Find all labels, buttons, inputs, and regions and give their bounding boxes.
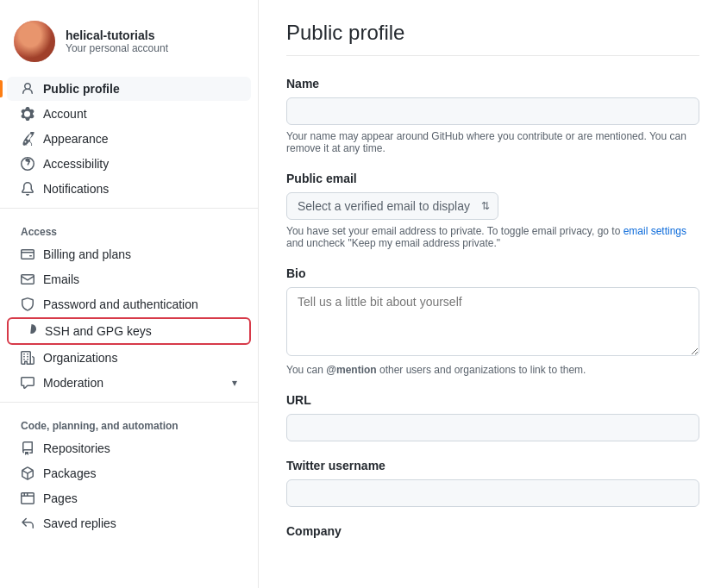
email-hint: You have set your email address to priva… xyxy=(286,225,699,249)
sidebar-item-repositories[interactable]: Repositories xyxy=(7,436,251,460)
sidebar-item-label: Packages xyxy=(43,466,237,480)
sidebar-item-moderation[interactable]: Moderation ▾ xyxy=(7,371,251,395)
key-icon xyxy=(22,324,36,338)
sidebar-item-accessibility[interactable]: Accessibility xyxy=(7,152,251,176)
email-label: Public email xyxy=(286,172,699,185)
sidebar-item-organizations[interactable]: Organizations xyxy=(7,346,251,370)
chevron-down-icon: ▾ xyxy=(232,377,237,389)
sidebar: helical-tutorials Your personal account … xyxy=(0,0,259,588)
url-input[interactable] xyxy=(286,414,699,441)
code-section-header: Code, planning, and automation xyxy=(0,410,258,435)
email-field-group: Public email Select a verified email to … xyxy=(286,172,699,249)
bio-hint: You can @mention other users and organiz… xyxy=(286,364,699,376)
main-content: Public profile Name Your name may appear… xyxy=(259,0,727,588)
sidebar-item-packages[interactable]: Packages xyxy=(7,461,251,485)
url-label: URL xyxy=(286,393,699,407)
sidebar-item-appearance[interactable]: Appearance xyxy=(7,127,251,151)
package-icon xyxy=(21,466,34,480)
sidebar-item-label: SSH and GPG keys xyxy=(45,324,235,338)
sidebar-item-password-auth[interactable]: Password and authentication xyxy=(7,292,251,316)
sidebar-item-billing[interactable]: Billing and plans xyxy=(7,242,251,266)
name-hint: Your name may appear around GitHub where… xyxy=(286,130,699,154)
title-divider xyxy=(286,55,699,56)
twitter-label: Twitter username xyxy=(286,459,699,472)
email-hint-text: You have set your email address to priva… xyxy=(286,225,620,237)
sidebar-item-label: Appearance xyxy=(43,132,237,146)
reply-icon xyxy=(21,516,34,530)
sidebar-item-label: Emails xyxy=(43,272,237,286)
name-input[interactable] xyxy=(286,97,699,125)
sidebar-item-emails[interactable]: Emails xyxy=(7,267,251,291)
email-settings-link[interactable]: email settings xyxy=(624,225,686,237)
bio-field-group: Bio You can @mention other users and org… xyxy=(286,266,699,376)
user-section: helical-tutorials Your personal account xyxy=(0,14,258,76)
browser-icon xyxy=(21,491,34,505)
shield-icon xyxy=(21,297,34,311)
sidebar-item-label: Pages xyxy=(43,491,237,505)
sidebar-item-label: Password and authentication xyxy=(43,297,237,311)
repo-icon xyxy=(21,441,34,455)
avatar xyxy=(14,21,55,62)
comment-icon xyxy=(21,376,34,390)
url-field-group: URL xyxy=(286,393,699,441)
sidebar-item-label: Organizations xyxy=(43,351,237,365)
sidebar-item-notifications[interactable]: Notifications xyxy=(7,177,251,201)
sidebar-item-ssh-gpg[interactable]: SSH and GPG keys xyxy=(7,317,251,345)
user-subtitle: Your personal account xyxy=(66,42,168,54)
sidebar-item-label: Notifications xyxy=(43,182,237,196)
org-icon xyxy=(21,351,34,365)
access-section: Access Billing and plans Emails Password… xyxy=(0,216,258,395)
sidebar-divider-2 xyxy=(0,402,258,403)
username: helical-tutorials xyxy=(66,28,168,42)
email-select[interactable]: Select a verified email to display xyxy=(286,192,498,220)
bio-textarea[interactable] xyxy=(286,287,699,356)
sidebar-item-label: Saved replies xyxy=(43,516,237,530)
name-field-group: Name Your name may appear around GitHub … xyxy=(286,77,699,154)
sidebar-item-pages[interactable]: Pages xyxy=(7,486,251,510)
twitter-field-group: Twitter username xyxy=(286,459,699,507)
company-field-group: Company xyxy=(286,524,699,538)
company-label: Company xyxy=(286,524,699,538)
sidebar-divider xyxy=(0,208,258,209)
bio-label: Bio xyxy=(286,266,699,280)
sidebar-item-label: Billing and plans xyxy=(43,247,237,261)
twitter-input[interactable] xyxy=(286,479,699,507)
sidebar-item-saved-replies[interactable]: Saved replies xyxy=(7,511,251,535)
main-nav: Public profile Account Appearance Access… xyxy=(0,77,258,201)
sidebar-item-label: Account xyxy=(43,107,237,121)
sidebar-item-label: Moderation xyxy=(43,376,223,390)
person-icon xyxy=(21,82,34,96)
email-hint-suffix: and uncheck "Keep my email address priva… xyxy=(286,237,500,249)
code-section: Code, planning, and automation Repositor… xyxy=(0,410,258,535)
sidebar-item-public-profile[interactable]: Public profile xyxy=(7,77,251,101)
credit-card-icon xyxy=(21,247,34,261)
mail-icon xyxy=(21,272,34,286)
email-select-wrapper: Select a verified email to display ⇅ xyxy=(286,192,498,220)
name-label: Name xyxy=(286,77,699,91)
sidebar-item-account[interactable]: Account xyxy=(7,102,251,126)
bio-hint-text: You can @mention other users and organiz… xyxy=(286,364,586,376)
accessibility-icon xyxy=(21,157,34,171)
sidebar-item-label: Public profile xyxy=(43,82,237,96)
sidebar-item-label: Repositories xyxy=(43,441,237,455)
access-section-header: Access xyxy=(0,216,258,241)
bell-icon xyxy=(21,182,34,196)
gear-icon xyxy=(21,107,34,121)
page-title: Public profile xyxy=(286,21,699,45)
paintbrush-icon xyxy=(21,132,34,146)
user-info: helical-tutorials Your personal account xyxy=(66,28,168,54)
sidebar-item-label: Accessibility xyxy=(43,157,237,171)
